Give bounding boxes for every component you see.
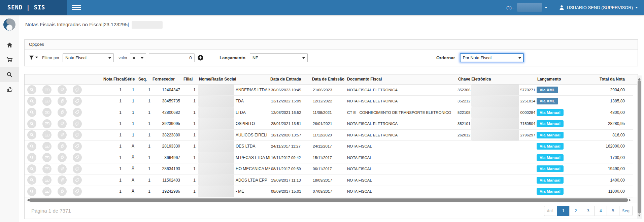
table-row[interactable]: 1 Â 1 3664967 1 M PECAS LTDA ME 16/11/20… <box>25 152 633 164</box>
cell-chave-eletronica: 2620122796297 <box>457 130 537 141</box>
cell-seq: 1 <box>138 133 152 137</box>
page-button-3[interactable]: 3 <box>582 206 595 216</box>
attachment-icon[interactable] <box>58 108 67 117</box>
cell-total-nota: 11000,00 <box>574 189 633 194</box>
money-icon[interactable] <box>42 187 52 196</box>
tag-icon[interactable] <box>73 108 82 117</box>
lancamento-select[interactable]: NF <box>250 53 308 62</box>
attachment-icon[interactable] <box>58 85 67 94</box>
attachment-icon[interactable] <box>58 142 67 151</box>
tag-icon[interactable] <box>73 97 82 106</box>
tag-icon[interactable] <box>73 153 82 162</box>
scroll-down-icon[interactable] <box>638 215 641 218</box>
sidebar-item-search[interactable] <box>0 67 19 82</box>
scroll-up-icon[interactable] <box>638 76 641 80</box>
add-filter-icon[interactable] <box>198 55 203 61</box>
vertical-scrollbar[interactable] <box>637 75 642 219</box>
cell-total-nota: 1400,00 <box>574 178 633 183</box>
money-icon[interactable] <box>42 97 52 106</box>
attachment-icon[interactable] <box>58 176 67 185</box>
money-icon[interactable] <box>42 176 52 185</box>
cell-fornecedor: 38223880 <box>152 133 183 137</box>
view-details-icon[interactable] <box>27 164 36 173</box>
menu-hamburger-icon[interactable] <box>72 5 81 10</box>
operator-select[interactable]: = <box>130 53 146 62</box>
table-row[interactable]: 1 1 1 38459735 1 TDA 13/12/2022 15:09 12… <box>25 96 633 107</box>
view-details-icon[interactable] <box>27 187 36 196</box>
cell-fornecedor: 3664967 <box>152 155 183 160</box>
company-selector-redacted[interactable] <box>517 3 542 12</box>
sidebar-item-cart[interactable] <box>0 52 19 67</box>
tag-icon[interactable] <box>73 85 82 94</box>
sidebar-item-like[interactable] <box>0 82 19 97</box>
column-header: Filial <box>183 77 198 82</box>
view-details-icon[interactable] <box>27 130 36 139</box>
user-menu[interactable]: USUARIO SEND (SUPERVISOR) <box>559 5 638 10</box>
view-details-icon[interactable] <box>27 142 36 151</box>
scroll-right-icon[interactable] <box>629 199 632 201</box>
chevron-down-icon[interactable] <box>545 7 547 10</box>
tag-icon[interactable] <box>73 142 82 151</box>
cell-total-nota: 2904,00 <box>574 88 633 92</box>
horizontal-scroll-thumb[interactable] <box>29 198 628 202</box>
filter-row: Filtrar por Nota Fiscal valor = Lançamen… <box>25 50 638 66</box>
page-button-1[interactable]: 1 <box>557 206 570 216</box>
tag-icon[interactable] <box>73 119 82 128</box>
tag-icon[interactable] <box>73 176 82 185</box>
table-row[interactable]: 1 1 1 38223880 1 AULICOS EIRELI 18/12/20… <box>25 130 633 141</box>
column-header: Lançamento <box>537 77 574 82</box>
attachment-icon[interactable] <box>58 119 67 128</box>
table-row[interactable]: 1 Â 1 11502403 1 ADOS LTDA EPP 19/09/201… <box>25 175 633 186</box>
money-icon[interactable] <box>42 119 52 128</box>
page-button-5[interactable]: 5 <box>607 206 619 216</box>
scroll-left-icon[interactable] <box>26 199 29 201</box>
sidebar-item-home[interactable] <box>0 37 19 52</box>
page-button-4[interactable]: 4 <box>594 206 607 216</box>
column-header: Nota Fiscal <box>103 77 124 82</box>
tag-icon[interactable] <box>73 187 82 196</box>
table-row[interactable]: 1 1 1 39239095 1 OSPIRITO 28/01/2021 13:… <box>25 118 633 130</box>
cell-data-emissao: 06/11/2017 <box>311 167 346 171</box>
money-icon[interactable] <box>42 142 52 151</box>
page-button-seg[interactable]: Seg <box>619 206 633 216</box>
filter-value-input[interactable] <box>149 53 195 62</box>
table-row[interactable]: 1 Â 1 19242986 1 - ME 08/09/2017 15:01 0… <box>25 186 633 197</box>
tag-icon[interactable] <box>73 164 82 173</box>
view-details-icon[interactable] <box>27 153 36 162</box>
attachment-icon[interactable] <box>58 153 67 162</box>
vertical-scroll-thumb[interactable] <box>638 80 641 214</box>
cell-data-entrada: 16/11/2017 09:42 <box>270 156 311 160</box>
attachment-icon[interactable] <box>58 164 67 173</box>
money-icon[interactable] <box>42 153 52 162</box>
attachment-icon[interactable] <box>58 187 67 196</box>
table-row[interactable]: 1 1 1 42800682 1 LTDA 12/08/2021 16:52 1… <box>25 107 633 119</box>
view-details-icon[interactable] <box>27 85 36 94</box>
view-details-icon[interactable] <box>27 97 36 106</box>
ordenar-select[interactable]: Por Nota Fiscal <box>460 53 524 62</box>
money-icon[interactable] <box>42 164 52 173</box>
attachment-icon[interactable] <box>58 97 67 106</box>
cell-nome-razao-social: AULICOS EIRELI <box>198 130 270 141</box>
money-icon[interactable] <box>42 85 52 94</box>
cell-chave-eletronica <box>457 175 537 186</box>
sidebar <box>0 15 19 222</box>
tag-icon[interactable] <box>73 130 82 139</box>
money-icon[interactable] <box>42 130 52 139</box>
redacted-name <box>198 175 234 186</box>
table-row[interactable]: 1 Â 1 28634193 1 HO MECANICA ME 08/11/20… <box>25 163 633 175</box>
cell-lancamento: Via Manual <box>537 177 574 184</box>
horizontal-scrollbar[interactable] <box>25 197 638 203</box>
cell-data-emissao: 15/11/2017 <box>311 156 346 160</box>
filter-funnel-icon[interactable] <box>29 55 38 60</box>
table-row[interactable]: 1 1 1 12404347 1 ANDERIAS LTDA ME 30/06/… <box>25 85 633 96</box>
table-row[interactable]: 1 Â 1 28193330 1 OES LTDA 24/11/2017 11:… <box>25 141 633 152</box>
lancamento-label: Lançamento <box>219 55 245 60</box>
filter-field-select[interactable]: Nota Fiscal <box>63 53 114 62</box>
view-details-icon[interactable] <box>27 176 36 185</box>
view-details-icon[interactable] <box>27 108 36 117</box>
view-details-icon[interactable] <box>27 119 36 128</box>
column-header: Fornecedor <box>152 77 183 82</box>
page-button-2[interactable]: 2 <box>569 206 582 216</box>
money-icon[interactable] <box>42 108 52 117</box>
attachment-icon[interactable] <box>58 130 67 139</box>
